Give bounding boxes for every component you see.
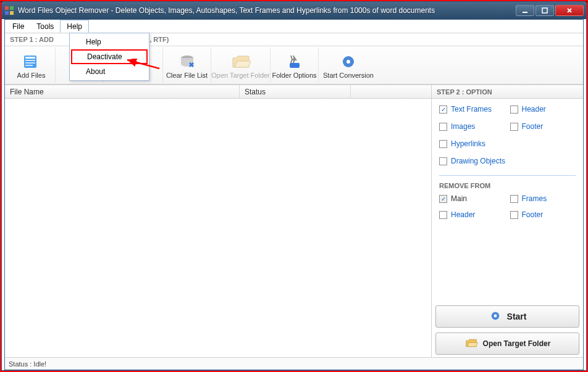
menu-tools[interactable]: Tools	[30, 20, 60, 33]
checkbox-icon	[439, 105, 447, 114]
app-icon	[4, 6, 14, 15]
remove-from-heading: REMOVE FROM	[432, 182, 583, 194]
option-hyperlinks[interactable]: Hyperlinks	[439, 139, 576, 148]
svg-rect-8	[25, 60, 35, 61]
svg-rect-10	[25, 65, 33, 66]
svg-rect-2	[5, 11, 9, 15]
column-filename[interactable]: File Name	[5, 85, 240, 98]
app-window: Word Files Object Remover - Delete Objec…	[1, 1, 587, 371]
options-panel: STEP 2 : OPTION Text Frames Header Image…	[432, 85, 583, 357]
svg-rect-9	[25, 62, 35, 64]
remove-header[interactable]: Header	[439, 210, 505, 219]
checkbox-icon	[439, 211, 447, 219]
statusbar: Status : Idle!	[5, 357, 583, 370]
divider	[439, 175, 576, 176]
help-dropdown: Help Deactivate About	[69, 33, 149, 81]
column-extra[interactable]	[351, 85, 431, 98]
help-menu-help[interactable]: Help	[71, 35, 148, 49]
add-files-icon	[22, 52, 41, 72]
svg-rect-7	[25, 57, 35, 59]
svg-rect-5	[542, 8, 547, 13]
checkbox-icon	[510, 105, 518, 114]
add-files-button[interactable]: Add Files	[7, 48, 56, 83]
gear-icon	[489, 309, 502, 324]
option-footer[interactable]: Footer	[510, 122, 576, 131]
checkbox-icon	[439, 123, 447, 131]
checkbox-icon	[510, 123, 518, 131]
status-text: Status : Idle!	[9, 360, 46, 368]
client-area: File Tools Help Help Deactivate About ST…	[4, 19, 584, 370]
svg-rect-16	[290, 63, 300, 68]
open-target-big-label: Open Target Folder	[483, 339, 551, 348]
open-target-folder-button[interactable]: Open Target Folder	[211, 48, 271, 83]
option-text-frames[interactable]: Text Frames	[439, 105, 505, 114]
svg-rect-1	[10, 6, 14, 10]
option-drawing-objects[interactable]: Drawing Objects	[439, 157, 576, 165]
option-images[interactable]: Images	[439, 122, 505, 131]
step1-text: STEP 1 : ADD	[10, 36, 54, 43]
open-target-label: Open Target Folder	[211, 72, 270, 79]
remove-frames[interactable]: Frames	[510, 194, 576, 203]
minimize-button[interactable]	[516, 5, 534, 16]
help-menu-deactivate[interactable]: Deactivate	[71, 49, 148, 64]
clear-list-label: Clear File List	[166, 72, 208, 79]
titlebar[interactable]: Word Files Object Remover - Delete Objec…	[2, 2, 586, 19]
help-menu-about[interactable]: About	[71, 64, 148, 79]
start-conversion-button[interactable]: Start Conversion	[319, 48, 378, 83]
file-list-area: File Name Status	[5, 85, 432, 357]
svg-point-18	[346, 60, 350, 64]
folder-open-icon	[464, 337, 478, 350]
checkbox-icon	[510, 211, 518, 219]
start-button[interactable]: Start	[435, 305, 579, 328]
checkbox-icon	[439, 195, 447, 203]
folder-options-button[interactable]: Folder Options	[271, 48, 319, 83]
column-status[interactable]: Status	[240, 85, 351, 98]
menu-help[interactable]: Help	[60, 20, 89, 33]
options-grid: Text Frames Header Images Footer Hyperli…	[432, 99, 583, 172]
folder-options-label: Folder Options	[272, 72, 316, 79]
maximize-button[interactable]	[536, 5, 554, 16]
svg-rect-3	[10, 11, 14, 15]
open-target-icon	[231, 52, 251, 72]
start-conversion-icon	[338, 52, 358, 72]
step2-heading: STEP 2 : OPTION	[432, 85, 583, 99]
option-header[interactable]: Header	[510, 105, 576, 114]
clear-list-icon	[177, 52, 197, 72]
menubar: File Tools Help Help Deactivate About	[5, 20, 583, 33]
window-title: Word Files Object Remover - Delete Objec…	[18, 6, 514, 15]
file-list-header: File Name Status	[5, 85, 431, 99]
svg-rect-0	[5, 6, 9, 10]
folder-options-icon	[285, 52, 304, 72]
svg-point-20	[494, 314, 497, 317]
open-target-folder-big-button[interactable]: Open Target Folder	[435, 333, 579, 355]
checkbox-icon	[439, 157, 447, 165]
main-content: File Name Status STEP 2 : OPTION Text Fr…	[5, 85, 583, 357]
clear-list-button[interactable]: Clear File List	[163, 48, 211, 83]
svg-rect-4	[523, 12, 527, 13]
file-list-body[interactable]	[5, 99, 431, 357]
checkbox-icon	[439, 140, 447, 148]
checkbox-icon	[510, 195, 518, 203]
remove-main[interactable]: Main	[439, 194, 505, 203]
add-files-label: Add Files	[17, 72, 46, 79]
remove-from-grid: Main Frames Header Footer	[432, 194, 583, 225]
spacer	[432, 225, 583, 303]
menu-file[interactable]: File	[6, 20, 30, 33]
remove-footer[interactable]: Footer	[510, 210, 576, 219]
window-controls	[514, 5, 584, 16]
start-conversion-label: Start Conversion	[323, 72, 374, 79]
start-label: Start	[507, 312, 527, 321]
close-button[interactable]	[555, 5, 584, 16]
